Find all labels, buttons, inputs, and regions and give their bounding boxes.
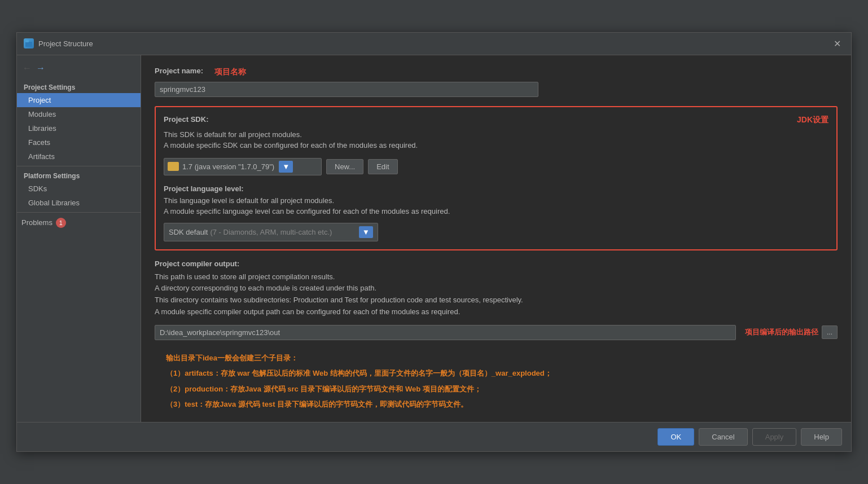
dialog-title: Project Structure [38,39,93,48]
project-name-label: Project name: [155,67,203,75]
sdk-value: 1.7 (java version "1.7.0_79") [182,162,274,171]
sidebar: ← → Project Settings Project Modules Lib… [17,55,141,423]
help-button[interactable]: Help [801,428,842,446]
lang-label: Project language level: [164,184,828,193]
browse-button[interactable]: ... [822,325,838,339]
sidebar-divider [17,166,141,166]
sdk-new-button[interactable]: New... [326,159,363,174]
forward-button[interactable]: → [35,62,46,74]
sidebar-item-modules[interactable]: Modules [17,107,141,121]
nav-arrows: ← → [17,60,141,80]
sidebar-item-project[interactable]: Project [17,93,141,107]
compiler-section: Project compiler output: This path is us… [155,259,838,340]
sidebar-item-sdks[interactable]: SDKs [17,182,141,196]
sdk-edit-button[interactable]: Edit [368,159,397,174]
title-bar: Project Structure ✕ [17,33,851,55]
lang-hint: (7 - Diamonds, ARM, multi-catch etc.) [210,228,332,236]
problems-row[interactable]: Problems 1 [17,215,141,231]
back-button[interactable]: ← [21,62,33,74]
jdk-annotation: JDK设置 [797,115,828,125]
sidebar-item-artifacts[interactable]: Artifacts [17,149,141,164]
note-1: （1）artifacts：存放 war 包解压以后的标准 Web 结构的代码，里… [155,367,838,380]
lang-dropdown[interactable]: SDK default (7 - Diamonds, ARM, multi-ca… [164,223,378,241]
notes-section: 输出目录下idea一般会创建三个子目录： （1）artifacts：存放 war… [155,351,838,411]
lang-section: Project language level: This language le… [164,184,828,241]
sdk-label: Project SDK: [164,115,208,124]
sidebar-item-global-libraries[interactable]: Global Libraries [17,196,141,210]
dialog-footer: OK Cancel Apply Help [17,422,851,451]
path-annotation: 项目编译后的输出路径 [745,327,818,337]
note-3: （3）test：存放Java 源代码 test 目录下编译以后的字节码文件，即测… [155,398,838,411]
sdk-section: Project SDK: JDK设置 This SDK is default f… [155,106,838,250]
app-icon [24,38,34,49]
compiler-label: Project compiler output: [155,259,838,268]
project-name-input[interactable] [155,82,538,97]
sidebar-item-facets[interactable]: Facets [17,135,141,149]
dialog-body: ← → Project Settings Project Modules Lib… [17,55,851,423]
sdk-row: 1.7 (java version "1.7.0_79") ▼ New... E… [164,158,828,175]
title-bar-left: Project Structure [24,38,93,49]
note-intro: 输出目录下idea一般会创建三个子目录： [155,351,838,364]
main-content: Project name: 项目名称 Project SDK: JDK设置 Th… [141,55,851,423]
svg-rect-0 [25,42,32,47]
cancel-button[interactable]: Cancel [699,428,747,446]
problems-badge: 1 [56,218,66,228]
compiler-desc: This path is used to store all project c… [155,271,838,318]
problems-label: Problems [21,218,52,227]
svg-rect-1 [25,40,29,42]
note-2: （2）production：存放Java 源代码 src 目录下编译以后的字节码… [155,382,838,395]
path-row: 项目编译后的输出路径 ... [155,325,838,340]
lang-desc: This language level is default for all p… [164,195,828,217]
sdk-dropdown-arrow[interactable]: ▼ [279,161,293,173]
platform-settings-label: Platform Settings [17,169,141,182]
sdk-dropdown[interactable]: 1.7 (java version "1.7.0_79") ▼ [164,158,322,175]
ok-button[interactable]: OK [657,428,694,446]
sidebar-divider-2 [17,212,141,213]
project-name-annotation: 项目名称 [214,67,246,77]
apply-button[interactable]: Apply [752,428,797,446]
compiler-output-path[interactable] [155,325,736,340]
folder-icon [168,162,179,171]
close-button[interactable]: ✕ [830,37,844,50]
lang-dropdown-arrow[interactable]: ▼ [359,226,373,238]
project-settings-label: Project Settings [17,80,141,93]
project-structure-dialog: Project Structure ✕ ← → Project Settings… [16,32,852,452]
lang-value: SDK default [169,228,208,236]
sdk-desc1: This SDK is default for all project modu… [164,129,828,151]
sidebar-item-libraries[interactable]: Libraries [17,121,141,135]
project-name-group: Project name: 项目名称 [155,67,838,97]
